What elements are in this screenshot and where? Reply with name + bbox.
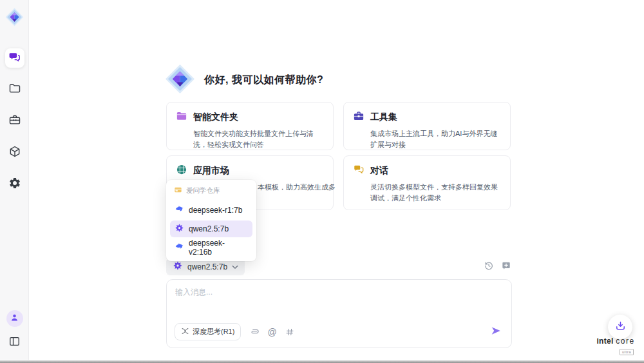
folder-purple-icon [176, 110, 187, 124]
sidebar-item-models[interactable] [5, 143, 24, 162]
app-window: 你好, 我可以如何帮助你? 智能文件夹 智能文件夹功能支持批量文件上传与清洗，轻… [0, 0, 644, 363]
attachment-icon[interactable] [249, 327, 259, 337]
dropdown-item-qwen[interactable]: qwen2.5:7b [170, 221, 252, 237]
sidebar-nav [0, 48, 29, 194]
briefcase-indigo-icon [353, 110, 365, 124]
download-button[interactable] [608, 315, 632, 339]
card-title: 智能文件夹 [193, 112, 238, 123]
dropdown-item-deepseek-v2[interactable]: deepseek-v2:16b [170, 239, 252, 256]
sidebar-item-toolbox[interactable] [5, 112, 24, 131]
sidebar-item-settings[interactable] [5, 175, 24, 194]
sidebar-item-folders[interactable] [5, 80, 24, 99]
deep-think-icon [181, 327, 189, 337]
intel-core-badge: intel core ultra [590, 337, 641, 355]
qwen-icon [175, 223, 184, 235]
greeting-text: 你好, 我可以如何帮助你? [204, 74, 323, 87]
package-icon [8, 145, 21, 161]
card-dialogue[interactable]: 对话 灵活切换多模型文件，支持多样回复效果调试，满足个性化需求 [343, 155, 511, 210]
deepseek-icon [175, 204, 184, 216]
profile-button[interactable] [6, 310, 23, 327]
deep-think-label: 深度思考(R1) [193, 327, 234, 337]
card-desc: 智能文件夹功能支持批量文件上传与清洗，轻松实现文件问答 [193, 128, 324, 150]
user-icon [10, 313, 19, 325]
composer-toolbar: 深度思考(R1) @ [175, 323, 294, 340]
card-smart-folder[interactable]: 智能文件夹 智能文件夹功能支持批量文件上传与清洗，轻松实现文件问答 [166, 102, 334, 150]
app-gem-logo-icon [165, 64, 195, 97]
deep-think-toggle[interactable]: 深度思考(R1) [175, 323, 241, 340]
intel-logo-text: intel [596, 337, 613, 346]
briefcase-icon [8, 113, 21, 129]
send-button[interactable] [490, 325, 502, 339]
model-dropdown: 爱问学仓库 deepseek-r1:7b qwen2.5:7b [166, 180, 256, 261]
sidebar [0, 0, 29, 360]
sidebar-item-chat[interactable] [5, 48, 24, 68]
chat-icon [8, 51, 21, 66]
message-composer: 深度思考(R1) @ [166, 279, 512, 348]
chat-gold-icon [353, 164, 365, 178]
chat-actions [484, 260, 511, 271]
download-icon [614, 320, 627, 335]
greeting-row: 你好, 我可以如何帮助你? [165, 64, 323, 97]
message-input[interactable] [175, 287, 497, 314]
collapse-sidebar-button[interactable] [6, 334, 23, 351]
new-chat-icon[interactable] [501, 260, 511, 271]
card-title: 工具集 [370, 112, 397, 123]
dropdown-item-deepseek-r1[interactable]: deepseek-r1:7b [170, 202, 252, 219]
history-icon[interactable] [484, 260, 494, 271]
chevron-down-icon [232, 262, 238, 271]
card-toolset[interactable]: 工具集 集成市场上主流工具，助力AI与外界无缝扩展与对接 [343, 102, 511, 150]
folder-icon [8, 82, 21, 97]
window-bottom-edge [0, 360, 644, 363]
repository-icon [174, 186, 182, 195]
deepseek-icon [175, 242, 184, 253]
ultra-badge: ultra [620, 349, 634, 355]
qwen-icon [173, 260, 183, 273]
hash-grid-icon[interactable] [285, 328, 294, 337]
panel-layout-icon [8, 335, 21, 350]
card-title: 对话 [370, 165, 388, 177]
gear-icon [8, 177, 21, 192]
card-title: 应用市场 [193, 165, 229, 177]
model-selector-label: qwen2.5:7b [187, 262, 227, 271]
card-desc: 灵活切换多模型文件，支持多样回复效果调试，满足个性化需求 [370, 182, 501, 204]
dropdown-group-header: 爱问学仓库 [170, 184, 252, 200]
mention-icon[interactable]: @ [267, 327, 276, 337]
app-market-teal-icon [176, 164, 187, 178]
card-desc: 集成市场上主流工具，助力AI与外界无缝扩展与对接 [370, 128, 501, 150]
app-logo-icon [5, 8, 24, 26]
sidebar-bottom [0, 310, 29, 351]
